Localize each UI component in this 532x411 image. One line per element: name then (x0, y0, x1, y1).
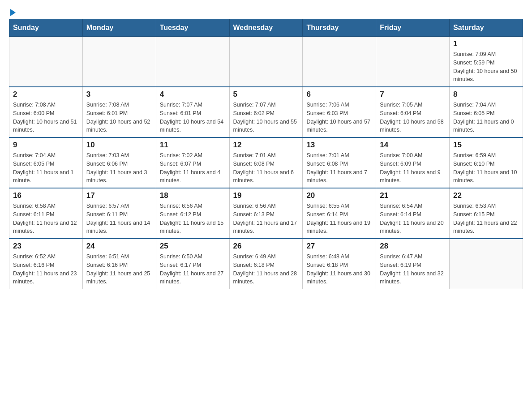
calendar-cell: 24Sunrise: 6:51 AMSunset: 6:16 PMDayligh… (82, 239, 156, 289)
sun-info: Sunrise: 6:52 AMSunset: 6:16 PMDaylight:… (13, 253, 79, 286)
calendar-cell: 17Sunrise: 6:57 AMSunset: 6:11 PMDayligh… (82, 188, 156, 239)
sun-info: Sunrise: 6:47 AMSunset: 6:19 PMDaylight:… (380, 253, 446, 286)
day-number: 19 (233, 191, 299, 200)
calendar-cell: 12Sunrise: 7:01 AMSunset: 6:08 PMDayligh… (229, 137, 303, 188)
day-number: 14 (380, 141, 446, 150)
calendar-cell: 16Sunrise: 6:58 AMSunset: 6:11 PMDayligh… (9, 188, 83, 239)
day-number: 26 (233, 242, 299, 251)
sun-info: Sunrise: 6:53 AMSunset: 6:15 PMDaylight:… (453, 202, 519, 235)
calendar-cell: 18Sunrise: 6:56 AMSunset: 6:12 PMDayligh… (156, 188, 229, 239)
sun-info: Sunrise: 6:54 AMSunset: 6:14 PMDaylight:… (380, 202, 446, 235)
calendar-cell (450, 239, 523, 289)
calendar-cell: 7Sunrise: 7:05 AMSunset: 6:04 PMDaylight… (376, 87, 450, 137)
calendar-cell: 27Sunrise: 6:48 AMSunset: 6:18 PMDayligh… (303, 239, 376, 289)
sun-info: Sunrise: 7:04 AMSunset: 6:05 PMDaylight:… (13, 151, 79, 185)
sun-info: Sunrise: 7:06 AMSunset: 6:03 PMDaylight:… (306, 101, 372, 134)
day-number: 13 (306, 141, 372, 150)
calendar-cell: 10Sunrise: 7:03 AMSunset: 6:06 PMDayligh… (82, 137, 156, 188)
day-number: 4 (160, 90, 226, 99)
sun-info: Sunrise: 6:55 AMSunset: 6:14 PMDaylight:… (306, 202, 372, 235)
calendar-cell: 19Sunrise: 6:56 AMSunset: 6:13 PMDayligh… (229, 188, 303, 239)
sun-info: Sunrise: 6:49 AMSunset: 6:18 PMDaylight:… (233, 253, 299, 286)
sun-info: Sunrise: 6:59 AMSunset: 6:10 PMDaylight:… (453, 151, 519, 185)
page-header (9, 9, 523, 14)
sun-info: Sunrise: 7:08 AMSunset: 6:00 PMDaylight:… (13, 101, 79, 134)
calendar-cell: 3Sunrise: 7:08 AMSunset: 6:01 PMDaylight… (82, 87, 156, 137)
day-number: 22 (453, 191, 519, 200)
day-number: 8 (453, 90, 519, 99)
day-number: 9 (13, 141, 79, 150)
calendar-cell: 1Sunrise: 7:09 AMSunset: 5:59 PMDaylight… (450, 37, 523, 87)
day-number: 2 (13, 90, 79, 99)
calendar-row: 2Sunrise: 7:08 AMSunset: 6:00 PMDaylight… (9, 87, 523, 137)
day-number: 24 (86, 242, 152, 251)
calendar-cell (156, 37, 229, 87)
day-number: 17 (86, 191, 152, 200)
day-number: 12 (233, 141, 299, 150)
calendar-cell: 21Sunrise: 6:54 AMSunset: 6:14 PMDayligh… (376, 188, 450, 239)
calendar-cell: 15Sunrise: 6:59 AMSunset: 6:10 PMDayligh… (450, 137, 523, 188)
calendar-cell: 6Sunrise: 7:06 AMSunset: 6:03 PMDaylight… (303, 87, 376, 137)
calendar-cell (82, 37, 156, 87)
calendar-cell (9, 37, 83, 87)
calendar-cell: 28Sunrise: 6:47 AMSunset: 6:19 PMDayligh… (376, 239, 450, 289)
col-saturday: Saturday (450, 19, 523, 37)
calendar-body: 1Sunrise: 7:09 AMSunset: 5:59 PMDaylight… (9, 37, 523, 289)
sun-info: Sunrise: 7:01 AMSunset: 6:08 PMDaylight:… (233, 151, 299, 185)
calendar-cell: 11Sunrise: 7:02 AMSunset: 6:07 PMDayligh… (156, 137, 229, 188)
sun-info: Sunrise: 7:01 AMSunset: 6:08 PMDaylight:… (306, 151, 372, 185)
day-number: 18 (160, 191, 226, 200)
col-friday: Friday (376, 19, 450, 37)
day-number: 25 (160, 242, 226, 251)
calendar-cell (376, 37, 450, 87)
logo-general-text (9, 9, 17, 16)
col-sunday: Sunday (9, 19, 83, 37)
sun-info: Sunrise: 7:08 AMSunset: 6:01 PMDaylight:… (86, 101, 152, 134)
day-number: 20 (306, 191, 372, 200)
sun-info: Sunrise: 7:05 AMSunset: 6:04 PMDaylight:… (380, 101, 446, 134)
sun-info: Sunrise: 7:07 AMSunset: 6:02 PMDaylight:… (233, 101, 299, 134)
calendar-cell: 22Sunrise: 6:53 AMSunset: 6:15 PMDayligh… (450, 188, 523, 239)
calendar-cell (303, 37, 376, 87)
day-number: 11 (160, 141, 226, 150)
header-row: Sunday Monday Tuesday Wednesday Thursday… (9, 19, 523, 37)
day-number: 7 (380, 90, 446, 99)
sun-info: Sunrise: 7:02 AMSunset: 6:07 PMDaylight:… (160, 151, 226, 185)
day-number: 15 (453, 141, 519, 150)
day-number: 21 (380, 191, 446, 200)
calendar-header: Sunday Monday Tuesday Wednesday Thursday… (9, 19, 523, 37)
calendar-cell: 4Sunrise: 7:07 AMSunset: 6:01 PMDaylight… (156, 87, 229, 137)
calendar-cell: 13Sunrise: 7:01 AMSunset: 6:08 PMDayligh… (303, 137, 376, 188)
calendar-row: 23Sunrise: 6:52 AMSunset: 6:16 PMDayligh… (9, 239, 523, 289)
col-wednesday: Wednesday (229, 19, 303, 37)
calendar-cell (229, 37, 303, 87)
sun-info: Sunrise: 6:56 AMSunset: 6:13 PMDaylight:… (233, 202, 299, 235)
calendar-cell: 23Sunrise: 6:52 AMSunset: 6:16 PMDayligh… (9, 239, 83, 289)
calendar-row: 9Sunrise: 7:04 AMSunset: 6:05 PMDaylight… (9, 137, 523, 188)
calendar-cell: 5Sunrise: 7:07 AMSunset: 6:02 PMDaylight… (229, 87, 303, 137)
day-number: 28 (380, 242, 446, 251)
calendar-row: 1Sunrise: 7:09 AMSunset: 5:59 PMDaylight… (9, 37, 523, 87)
calendar-cell: 2Sunrise: 7:08 AMSunset: 6:00 PMDaylight… (9, 87, 83, 137)
sun-info: Sunrise: 7:09 AMSunset: 5:59 PMDaylight:… (453, 50, 519, 84)
sun-info: Sunrise: 7:07 AMSunset: 6:01 PMDaylight:… (160, 101, 226, 134)
sun-info: Sunrise: 6:48 AMSunset: 6:18 PMDaylight:… (306, 253, 372, 286)
calendar-cell: 20Sunrise: 6:55 AMSunset: 6:14 PMDayligh… (303, 188, 376, 239)
sun-info: Sunrise: 6:51 AMSunset: 6:16 PMDaylight:… (86, 253, 152, 286)
logo (9, 9, 17, 14)
col-tuesday: Tuesday (156, 19, 229, 37)
sun-info: Sunrise: 6:58 AMSunset: 6:11 PMDaylight:… (13, 202, 79, 235)
calendar-cell: 26Sunrise: 6:49 AMSunset: 6:18 PMDayligh… (229, 239, 303, 289)
day-number: 23 (13, 242, 79, 251)
day-number: 6 (306, 90, 372, 99)
day-number: 1 (453, 39, 519, 48)
day-number: 16 (13, 191, 79, 200)
day-number: 3 (86, 90, 152, 99)
calendar-cell: 14Sunrise: 7:00 AMSunset: 6:09 PMDayligh… (376, 137, 450, 188)
sun-info: Sunrise: 7:00 AMSunset: 6:09 PMDaylight:… (380, 151, 446, 185)
calendar-cell: 25Sunrise: 6:50 AMSunset: 6:17 PMDayligh… (156, 239, 229, 289)
day-number: 27 (306, 242, 372, 251)
calendar-cell: 8Sunrise: 7:04 AMSunset: 6:05 PMDaylight… (450, 87, 523, 137)
sun-info: Sunrise: 7:04 AMSunset: 6:05 PMDaylight:… (453, 101, 519, 134)
sun-info: Sunrise: 7:03 AMSunset: 6:06 PMDaylight:… (86, 151, 152, 185)
